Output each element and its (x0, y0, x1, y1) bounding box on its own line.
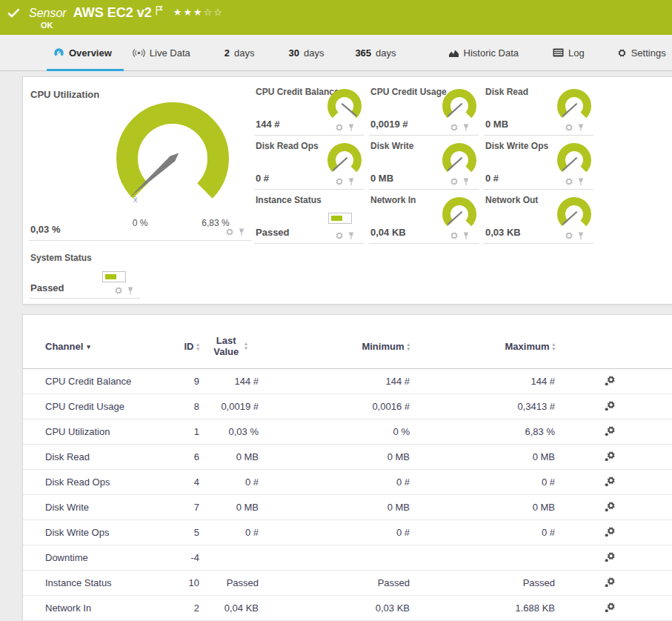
pin-icon[interactable] (577, 232, 585, 240)
channel-settings-icon[interactable] (605, 375, 616, 386)
pin-icon[interactable] (577, 178, 585, 186)
gear-icon[interactable] (335, 123, 344, 132)
cell-minimum: 0 MB (259, 451, 410, 462)
channel-value: 0,0019 # (370, 119, 408, 130)
system-status-panel[interactable]: System Status Passed (29, 249, 140, 299)
channel-title: Network In (370, 195, 416, 205)
pin-icon[interactable] (127, 287, 134, 295)
cell-minimum: Passed (259, 577, 410, 588)
cell-channel[interactable]: Disk Write (45, 502, 156, 513)
cell-last-value: 0 # (199, 476, 259, 488)
channel-title: Disk Read (485, 87, 528, 97)
table-row-instance-status: Instance Status 10 Passed Passed Passed (23, 571, 672, 596)
cell-maximum: Passed (410, 577, 555, 588)
channel-value: Passed (256, 227, 290, 238)
mini-panel-disk-write[interactable]: Disk Write 0 MB (369, 136, 479, 190)
channel-title: Disk Write (370, 141, 413, 151)
priority-stars[interactable]: ★★★☆☆ (173, 7, 224, 18)
gear-icon[interactable] (450, 231, 459, 240)
column-header-id[interactable]: ID▴▾ (156, 341, 199, 352)
cell-id: -4 (156, 552, 199, 563)
cell-last-value: 0,04 KB (199, 602, 259, 614)
cell-channel[interactable]: Disk Read Ops (45, 476, 156, 488)
cell-minimum: 0,03 KB (259, 602, 410, 614)
main-gauge-panel[interactable]: CPU Utilization x̄ 0 % 6,83 % 0,03 % (29, 83, 251, 241)
channel-settings-icon[interactable] (605, 400, 616, 411)
tab-30-days[interactable]: 30 days (288, 35, 324, 70)
gauge-min-label: 0 % (133, 218, 148, 228)
mini-panel-cpu-credit-usage[interactable]: CPU Credit Usage 0,0019 # (369, 82, 479, 136)
pin-icon[interactable] (347, 124, 355, 132)
mini-panel-disk-read-ops[interactable]: Disk Read Ops 0 # (254, 136, 364, 190)
table-row-cpu-credit-usage: CPU Credit Usage 8 0,0019 # 0,0016 # 0,3… (23, 394, 672, 419)
channel-settings-icon[interactable] (605, 526, 616, 537)
channel-settings-icon[interactable] (605, 425, 616, 436)
gear-icon[interactable] (565, 123, 573, 132)
channel-settings-icon[interactable] (605, 476, 616, 487)
table-row-disk-read-ops: Disk Read Ops 4 0 # 0 # 0 # (23, 470, 672, 495)
cell-channel[interactable]: Instance Status (45, 577, 156, 588)
pin-icon[interactable] (347, 232, 355, 240)
mini-panel-cpu-credit-balance[interactable]: CPU Credit Balance 144 # (254, 82, 364, 136)
pin-icon[interactable] (347, 178, 355, 186)
gear-icon[interactable] (114, 286, 123, 295)
column-header-last-value[interactable]: Last Value▴▾ (199, 335, 259, 357)
pin-icon[interactable] (577, 124, 585, 132)
channel-settings-icon[interactable] (605, 602, 616, 613)
sensor-header: Sensor AWS EC2 v2 ★★★☆☆ OK (0, 0, 672, 35)
channel-title: CPU Utilization (30, 89, 99, 100)
tab-historic-data[interactable]: Historic Data (448, 35, 519, 70)
cell-channel[interactable]: CPU Credit Balance (45, 376, 156, 387)
cell-channel[interactable]: CPU Utilization (45, 426, 156, 437)
pin-icon[interactable] (462, 124, 470, 132)
cell-channel[interactable]: Disk Read (45, 451, 156, 462)
cell-channel[interactable]: Network In (45, 602, 156, 614)
gear-icon[interactable] (565, 231, 573, 240)
gear-icon[interactable] (450, 177, 459, 186)
tab-log[interactable]: Log (553, 35, 585, 70)
cell-channel[interactable]: Downtime (45, 552, 156, 563)
cell-channel[interactable]: Disk Write Ops (45, 527, 156, 538)
gear-icon[interactable] (450, 123, 459, 132)
cell-minimum: 0 # (259, 527, 410, 538)
pin-icon[interactable] (462, 232, 470, 240)
pin-icon[interactable] (462, 178, 470, 186)
channel-settings-icon[interactable] (605, 501, 616, 512)
gear-icon[interactable] (335, 177, 344, 186)
tab-365-days[interactable]: 365 days (355, 35, 396, 70)
channel-title: Disk Write Ops (485, 141, 548, 151)
cell-channel[interactable]: CPU Credit Usage (45, 401, 156, 412)
gear-icon[interactable] (335, 231, 344, 240)
column-header-channel[interactable]: Channel▾ (45, 341, 156, 352)
gear-icon[interactable] (225, 228, 234, 236)
table-row-disk-write: Disk Write 7 0 MB 0 MB 0 MB (23, 495, 672, 520)
tab-overview[interactable]: Overview (53, 35, 112, 70)
channel-settings-icon[interactable] (605, 551, 616, 562)
channel-settings-icon[interactable] (605, 451, 616, 462)
cell-last-value: 0 MB (199, 451, 259, 462)
tab-live-data[interactable]: Live Data (133, 35, 190, 70)
cell-id: 6 (156, 451, 199, 462)
cell-last-value: 0,0019 # (199, 401, 259, 412)
tab-settings[interactable]: Settings (617, 35, 666, 70)
channel-title: Disk Read Ops (256, 141, 319, 151)
pin-icon[interactable] (238, 228, 245, 236)
channel-settings-icon[interactable] (605, 577, 616, 588)
gear-icon[interactable] (565, 177, 573, 186)
tab-2-days[interactable]: 2 days (224, 35, 255, 70)
column-header-minimum[interactable]: Minimum▴▾ (259, 341, 410, 352)
cell-maximum: 0 # (410, 476, 555, 488)
priority-flag-icon[interactable] (156, 6, 163, 16)
sensor-name: AWS EC2 v2 (73, 5, 152, 21)
mini-panel-instance-status[interactable]: Instance Status Passed (254, 190, 364, 244)
mini-panel-network-in[interactable]: Network In 0,04 KB (369, 190, 479, 244)
table-header: Channel▾ ID▴▾ Last Value▴▾ Minimum▴▾ Max… (23, 315, 672, 369)
cell-maximum: 1.688 KB (410, 602, 555, 614)
mini-panel-disk-read[interactable]: Disk Read 0 MB (484, 82, 593, 136)
mini-panel-disk-write-ops[interactable]: Disk Write Ops 0 # (484, 136, 593, 190)
column-header-maximum[interactable]: Maximum▴▾ (410, 341, 555, 352)
mini-panel-network-out[interactable]: Network Out 0,03 KB (484, 190, 593, 244)
cell-id: 7 (156, 502, 199, 513)
cell-id: 1 (156, 426, 199, 437)
object-kind-label: Sensor (29, 7, 67, 20)
